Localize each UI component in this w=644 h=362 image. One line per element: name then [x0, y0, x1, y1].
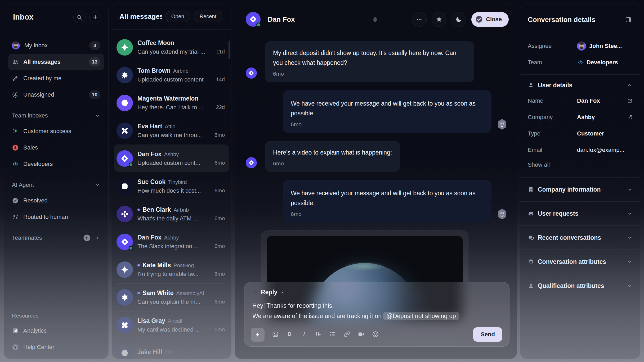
external-link-icon[interactable]	[627, 115, 633, 120]
sidebar-item-label: Developers	[23, 161, 100, 168]
section-label: Company information	[538, 186, 623, 193]
user-details-section[interactable]: User details	[520, 78, 640, 93]
section-conversation-attributes[interactable]: Conversation attributes	[520, 250, 640, 274]
sidebar-item-routed-to-human[interactable]: Routed to human	[8, 209, 104, 225]
message-preview: My card was declined ...	[137, 326, 211, 333]
conversation-row[interactable]: Magenta WatermelonHey there. Can I talk …	[114, 89, 229, 117]
sidebar-item-unassigned[interactable]: Unassigned10	[8, 87, 104, 103]
message-text: We have received your message and will g…	[291, 188, 484, 208]
conversation-row[interactable]: Jake HillCal	[114, 339, 229, 359]
reply-mode-label: Reply	[261, 289, 278, 296]
star-button[interactable]	[432, 12, 446, 27]
smile-tool[interactable]	[372, 331, 379, 339]
chevron-down-icon	[627, 187, 633, 192]
team-row[interactable]: Team Developers	[520, 54, 640, 71]
svg-text:B: B	[288, 331, 291, 337]
sidebar-group-ai-agent[interactable]: AI Agent	[8, 178, 104, 192]
group-header-label: AI Agent	[12, 182, 91, 188]
contact-name: Lisa Gray	[137, 317, 165, 324]
timestamp: 6mo	[214, 271, 225, 277]
sidebar-item-sales[interactable]: $Sales	[8, 139, 104, 156]
sidebar-item-analytics[interactable]: Analytics	[8, 323, 104, 339]
moon-icon	[455, 16, 462, 23]
sidebar-item-developers[interactable]: Developers	[8, 156, 104, 172]
list-scrollbar[interactable]	[229, 40, 230, 59]
filter-recent[interactable]: Recent	[194, 11, 222, 22]
contact-name: Jake Hill	[137, 349, 162, 356]
sidebar-item-created-by-me[interactable]: Created by me	[8, 70, 104, 87]
send-button[interactable]: Send	[473, 327, 502, 342]
company-name: Attio	[165, 124, 175, 130]
route-people-icon	[12, 214, 19, 220]
timestamp: 6mo	[214, 132, 225, 138]
sidebar-group-teammates[interactable]: Teammates	[8, 230, 104, 245]
filter-open[interactable]: Open	[166, 11, 190, 22]
bolt-tool[interactable]	[251, 328, 265, 342]
reply-mode-selector[interactable]: Reply	[244, 282, 509, 296]
conversation-row[interactable]: Ben ClarkAirbnbWhat's the daily ATM ...6…	[114, 200, 229, 228]
video-tool[interactable]	[358, 331, 365, 339]
new-button[interactable]	[89, 11, 101, 23]
sidebar-item-all-messages[interactable]: All messages13	[8, 54, 104, 70]
more-button[interactable]	[412, 12, 427, 27]
list-tool[interactable]	[329, 331, 336, 339]
section-user-requests[interactable]: User requests	[520, 202, 640, 226]
search-button[interactable]	[73, 11, 86, 23]
image-tool[interactable]	[272, 331, 279, 339]
sidebar-group-team-inboxes[interactable]: Team inboxes	[8, 108, 104, 123]
plus-icon	[92, 14, 98, 20]
chats-icon	[528, 234, 534, 241]
conversation-row[interactable]: Sue CookTinybirdHow much does it cost...…	[114, 172, 229, 200]
question-circle-icon: ?	[12, 344, 19, 351]
sidebar-item-resolved[interactable]: Resolved	[8, 192, 104, 209]
conversation-avatar	[117, 234, 133, 250]
assignee-avatar	[577, 42, 586, 51]
sidebar-item-my-inbox[interactable]: My inbox3	[8, 37, 104, 54]
italic-tool[interactable]: I	[301, 331, 307, 339]
company-name: Ashby	[164, 235, 179, 241]
detail-label: Name	[528, 97, 577, 104]
section-qualification-attributes[interactable]: Qualification attributes	[520, 274, 640, 298]
dark-mode-button[interactable]	[451, 12, 466, 27]
message-preview: Hey there. Can I talk to ...	[137, 104, 213, 111]
unread-dot	[137, 292, 140, 294]
assignee-row[interactable]: Assignee John Stee...	[520, 38, 640, 54]
list-title: All messages...	[119, 12, 162, 21]
section-label: User requests	[538, 210, 623, 217]
mention-tag[interactable]: @Deposit not showing up	[383, 312, 459, 320]
section-company-information[interactable]: Company information	[520, 178, 640, 202]
detail-value: Ashby	[577, 114, 595, 121]
sidebar-item-help-center[interactable]: ?Help Center	[8, 339, 104, 355]
external-link-icon[interactable]	[627, 98, 633, 104]
reply-input[interactable]: Hey! Thanks for reporting this. We are a…	[244, 296, 509, 321]
bold-tool[interactable]: B	[286, 331, 293, 339]
list-icon	[329, 331, 336, 338]
timestamp: 6mo	[214, 327, 225, 333]
conversation-row[interactable]: Dan FoxAshbyUploaded custom cont...6mo	[114, 144, 229, 172]
conversation-row[interactable]: Dan FoxAshbyThe Slack integration ...6mo	[114, 228, 229, 256]
close-button-label: Close	[486, 16, 502, 23]
conversation-avatar	[117, 261, 133, 278]
conversation-row[interactable]: Tom BrownAirbnbUploaded custom content14…	[114, 61, 229, 89]
section-recent-conversations[interactable]: Recent conversations	[520, 226, 640, 250]
conversation-row[interactable]: Kate MillsPostHogI'm trying to enable tw…	[114, 256, 229, 283]
check-badge-icon	[475, 15, 483, 23]
conversation-row[interactable]: Eva HartAttioCan you walk me throu...6mo	[114, 117, 229, 144]
chevron-down-icon	[280, 290, 285, 295]
close-conversation-button[interactable]: Close	[471, 12, 509, 27]
link-tool[interactable]	[343, 331, 350, 339]
user-detail-row-name: NameDan Fox	[520, 93, 640, 109]
contact-name: Kate Mills	[142, 262, 171, 269]
h2-tool[interactable]: H2	[315, 331, 322, 339]
conversation-row[interactable]: Lisa GrayAircallMy card was declined ...…	[114, 311, 229, 339]
pencil-icon	[12, 75, 19, 82]
reply-composer[interactable]: Reply Hey! Thanks for reporting this. We…	[244, 282, 509, 347]
conversation-row[interactable]: Sam WhiteAssemblyAICan you explain the m…	[114, 283, 229, 311]
link-icon	[343, 331, 350, 338]
panel-toggle-icon[interactable]	[625, 16, 632, 23]
sidebar-item-customer-success[interactable]: Customer success	[8, 123, 104, 139]
conversation-row[interactable]: Coffee MoonCan you extend my trial ...11…	[114, 33, 229, 61]
user-avatar	[12, 42, 20, 49]
reply-line1: Hey! Thanks for reporting this.	[252, 301, 501, 311]
show-all-link[interactable]: Show all	[520, 158, 640, 171]
